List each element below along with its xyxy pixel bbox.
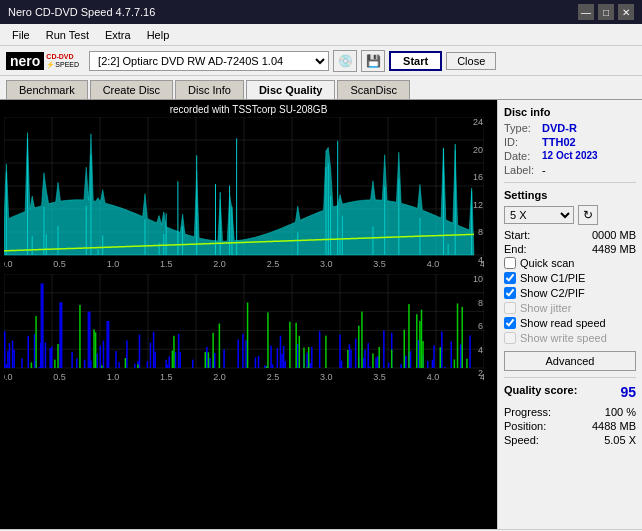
quality-score-label: Quality score: (504, 384, 577, 400)
progress-value: 100 % (605, 406, 636, 418)
quick-scan-label: Quick scan (520, 257, 574, 269)
tab-scan-disc[interactable]: ScanDisc (337, 80, 409, 99)
menu-bar: File Run Test Extra Help (0, 24, 642, 46)
close-button[interactable]: ✕ (618, 4, 634, 20)
nero-logo: nero CD-DVD ⚡SPEED (6, 52, 79, 70)
settings-title: Settings (504, 189, 636, 201)
title-bar: Nero CD-DVD Speed 4.7.7.16 — □ ✕ (0, 0, 642, 24)
top-chart (4, 117, 493, 272)
menu-file[interactable]: File (4, 27, 38, 43)
show-read-speed-checkbox[interactable] (504, 317, 516, 329)
tab-create-disc[interactable]: Create Disc (90, 80, 173, 99)
divider-2 (504, 377, 636, 378)
chart-area: recorded with TSSTcorp SU-208GB (0, 100, 497, 529)
progress-row: Progress: 100 % (504, 406, 636, 418)
type-row: Type: DVD-R (504, 122, 636, 134)
speed-label: Speed: (504, 434, 539, 446)
advanced-button[interactable]: Advanced (504, 351, 636, 371)
title-bar-title: Nero CD-DVD Speed 4.7.7.16 (8, 6, 155, 18)
main-content: recorded with TSSTcorp SU-208GB Disc inf… (0, 100, 642, 529)
tab-disc-info[interactable]: Disc Info (175, 80, 244, 99)
start-label: Start: (504, 229, 530, 241)
label-label: Label: (504, 164, 542, 176)
date-label: Date: (504, 150, 542, 162)
quick-scan-row: Quick scan (504, 257, 636, 269)
label-row: Label: - (504, 164, 636, 176)
quality-score-row: Quality score: 95 (504, 384, 636, 400)
position-value: 4488 MB (592, 420, 636, 432)
maximize-button[interactable]: □ (598, 4, 614, 20)
start-button[interactable]: Start (389, 51, 442, 71)
minimize-button[interactable]: — (578, 4, 594, 20)
show-read-speed-label: Show read speed (520, 317, 606, 329)
show-c2-checkbox[interactable] (504, 287, 516, 299)
bottom-chart (4, 274, 493, 384)
end-value: 4489 MB (592, 243, 636, 255)
toolbar: nero CD-DVD ⚡SPEED [2:2] Optiarc DVD RW … (0, 46, 642, 76)
speed-value: 5.05 X (604, 434, 636, 446)
show-jitter-row: Show jitter (504, 302, 636, 314)
show-read-speed-row: Show read speed (504, 317, 636, 329)
show-write-speed-row: Show write speed (504, 332, 636, 344)
id-value: TTH02 (542, 136, 576, 148)
show-c1-label: Show C1/PIE (520, 272, 585, 284)
start-value: 0000 MB (592, 229, 636, 241)
disc-icon-button[interactable]: 💿 (333, 50, 357, 72)
drive-dropdown[interactable]: [2:2] Optiarc DVD RW AD-7240S 1.04 (89, 51, 329, 71)
refresh-button[interactable]: ↻ (578, 205, 598, 225)
quick-scan-checkbox[interactable] (504, 257, 516, 269)
chart-title: recorded with TSSTcorp SU-208GB (4, 104, 493, 115)
id-label: ID: (504, 136, 542, 148)
end-mb-row: End: 4489 MB (504, 243, 636, 255)
quality-score-value: 95 (620, 384, 636, 400)
show-jitter-checkbox[interactable] (504, 302, 516, 314)
tab-disc-quality[interactable]: Disc Quality (246, 80, 336, 99)
tabs: Benchmark Create Disc Disc Info Disc Qua… (0, 76, 642, 100)
position-row: Position: 4488 MB (504, 420, 636, 432)
end-label: End: (504, 243, 527, 255)
speed-dropdown[interactable]: 5 X Max 1 X 2 X 4 X 8 X (504, 206, 574, 224)
show-jitter-label: Show jitter (520, 302, 571, 314)
menu-run-test[interactable]: Run Test (38, 27, 97, 43)
progress-label: Progress: (504, 406, 551, 418)
type-label: Type: (504, 122, 542, 134)
divider-1 (504, 182, 636, 183)
menu-help[interactable]: Help (139, 27, 178, 43)
show-c2-row: Show C2/PIF (504, 287, 636, 299)
close-app-button[interactable]: Close (446, 52, 496, 70)
show-c1-checkbox[interactable] (504, 272, 516, 284)
title-bar-controls: — □ ✕ (578, 4, 634, 20)
show-c1-row: Show C1/PIE (504, 272, 636, 284)
date-row: Date: 12 Oct 2023 (504, 150, 636, 162)
show-c2-label: Show C2/PIF (520, 287, 585, 299)
speed-row: Speed: 5.05 X (504, 434, 636, 446)
date-value: 12 Oct 2023 (542, 150, 598, 162)
label-value: - (542, 164, 546, 176)
disc-info-title: Disc info (504, 106, 636, 118)
save-button[interactable]: 💾 (361, 50, 385, 72)
progress-section: Progress: 100 % Position: 4488 MB Speed:… (504, 406, 636, 446)
tab-benchmark[interactable]: Benchmark (6, 80, 88, 99)
show-write-speed-label: Show write speed (520, 332, 607, 344)
sidebar: Disc info Type: DVD-R ID: TTH02 Date: 12… (497, 100, 642, 529)
id-row: ID: TTH02 (504, 136, 636, 148)
show-write-speed-checkbox[interactable] (504, 332, 516, 344)
position-label: Position: (504, 420, 546, 432)
type-value: DVD-R (542, 122, 577, 134)
speed-row: 5 X Max 1 X 2 X 4 X 8 X ↻ (504, 205, 636, 225)
start-mb-row: Start: 0000 MB (504, 229, 636, 241)
menu-extra[interactable]: Extra (97, 27, 139, 43)
